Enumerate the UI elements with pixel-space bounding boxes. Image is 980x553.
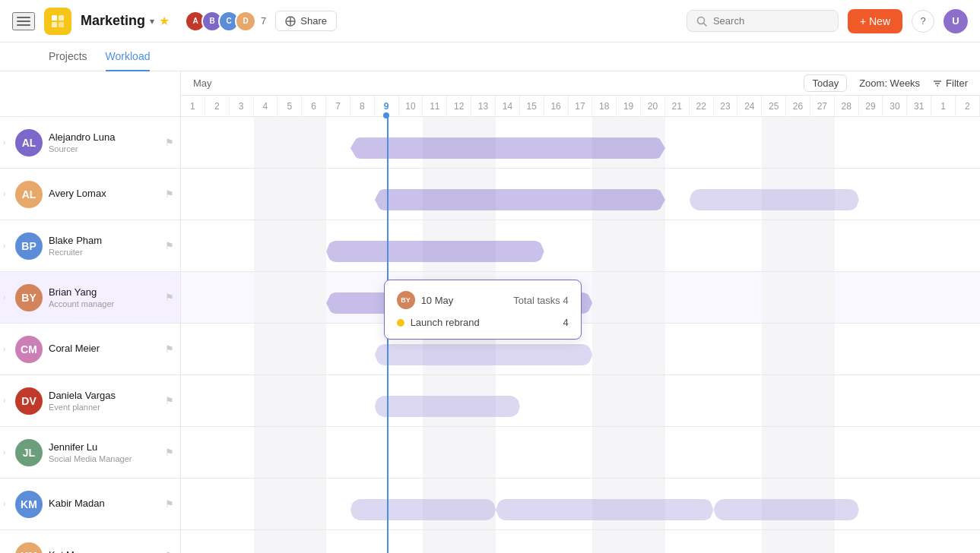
menu-button[interactable] [12,12,35,30]
person-row-coral[interactable]: › CM Coral Meier ⚑ [0,324,180,375]
person-name: Coral Meier [49,343,100,354]
filter-button[interactable]: Filter [932,77,968,89]
today-button[interactable]: Today [804,74,847,92]
person-row-jennifer[interactable]: › JL Jennifer Lu Social Media Manager ⚑ [0,427,180,479]
date-cell: 27 [810,96,835,116]
weekend-bg [762,375,810,426]
date-cell: 8 [350,96,375,116]
date-cell: 1 [931,96,956,116]
weekend-bg [762,272,810,323]
weekend-bg [423,530,471,553]
flag-icon[interactable]: ⚑ [165,188,174,200]
person-row-alejandro[interactable]: › AL Alejandro Luna Sourcer ⚑ [0,117,180,169]
timeline-row-kabir [181,479,980,530]
help-label: ? [920,15,925,27]
expand-icon[interactable]: › [3,448,12,457]
tooltip-task-label: Launch rebrand [397,317,480,328]
search-bar[interactable] [687,10,839,32]
app-logo [44,8,71,35]
date-cell: 18 [592,96,617,116]
person-role: Recruiter [49,248,102,257]
expand-icon[interactable]: › [3,397,12,405]
person-row-kabir[interactable]: › KM Kabir Madan ⚑ [0,479,180,530]
date-cell: 3 [230,96,254,116]
person-info-alejandro: Alejandro Luna Sourcer [49,131,115,153]
weekend-bg [254,324,303,374]
person-row-avery[interactable]: › AL Avery Lomax ⚑ [0,169,180,220]
workload-bar [714,499,859,520]
help-button[interactable]: ? [912,10,934,33]
date-cell: 4 [254,96,278,116]
team-count: 7 [261,15,266,27]
people-sidebar: › AL Alejandro Luna Sourcer ⚑ › AL Avery… [0,71,181,553]
timeline-row-avery [181,169,980,220]
share-button[interactable]: Share [275,11,337,31]
workload-bar [375,344,593,365]
person-row-daniela[interactable]: › DV Daniela Vargas Event planner ⚑ [0,375,180,427]
tooltip-total-label: Total tasks [513,295,560,306]
weekend-bg [278,272,326,323]
expand-icon[interactable]: › [3,190,12,198]
svg-rect-0 [52,15,57,21]
timeline-right-controls: Today Zoom: Weeks Filter [804,74,968,92]
person-row-kat[interactable]: › KM Kat Mooney ⚑ [0,530,180,553]
flag-icon[interactable]: ⚑ [165,240,174,251]
weekend-bg [786,530,835,553]
expand-icon[interactable]: › [3,500,12,508]
search-input[interactable] [713,15,820,27]
weekend-bg [592,530,641,553]
weekend-bg [786,479,835,529]
user-avatar[interactable]: U [944,9,968,33]
tab-projects[interactable]: Projects [49,50,87,71]
weekend-bg [423,375,471,426]
expand-icon[interactable]: › [3,242,12,250]
new-button[interactable]: + New [848,9,902,33]
weekend-bg [254,272,303,323]
avatar-kabir: KM [15,491,43,518]
expand-icon[interactable]: › [3,293,12,302]
date-cell: 16 [544,96,569,116]
weekend-bg [254,169,303,220]
date-cell: 11 [423,96,447,116]
flag-icon[interactable]: ⚑ [165,498,174,510]
person-name: Blake Pham [49,235,102,246]
avatar-alejandro: AL [15,129,43,156]
person-row-blake[interactable]: › BP Blake Pham Recruiter ⚑ [0,220,180,272]
expand-icon[interactable]: › [3,138,12,147]
star-icon[interactable]: ★ [159,14,170,28]
avatar-avery: AL [15,181,43,208]
date-header-row: 1234567891011121314151617181920212223242… [181,96,980,117]
timeline-row-jennifer [181,427,980,479]
header-right: + New ? U [687,9,968,33]
person-row-brian[interactable]: › BY Brian Yang Account manager ⚑ [0,272,180,324]
person-info-daniela: Daniela Vargas Event planner [49,390,116,412]
flag-icon[interactable]: ⚑ [165,137,174,148]
flag-icon[interactable]: ⚑ [165,550,174,553]
person-name: Kat Mooney [49,549,101,553]
flag-icon[interactable]: ⚑ [165,395,174,406]
workload-bar [690,189,859,210]
person-info-avery: Avery Lomax [49,188,106,201]
weekend-bg [762,169,810,220]
workload-bar [496,499,714,520]
date-cell: 29 [859,96,883,116]
tooltip-total-count: 4 [563,295,568,306]
tab-workload[interactable]: Workload [106,50,151,71]
weekend-bg [423,220,471,271]
flag-icon[interactable]: ⚑ [165,447,174,458]
timeline-row-kat [181,530,980,553]
project-title-area: Marketing ▾ ★ [81,13,170,29]
avatar-daniela: DV [15,387,43,415]
date-cell: 1 [181,96,205,116]
date-cell: 14 [496,96,520,116]
weekend-bg [592,324,641,374]
weekend-bg [447,117,496,168]
flag-icon[interactable]: ⚑ [165,292,174,303]
share-label: Share [300,15,327,27]
weekend-bg [617,375,665,426]
flag-icon[interactable]: ⚑ [165,343,174,355]
expand-icon[interactable]: › [3,345,12,353]
weekend-bg [617,117,665,168]
chevron-down-icon[interactable]: ▾ [150,16,154,27]
date-cell: 9 [375,96,399,116]
